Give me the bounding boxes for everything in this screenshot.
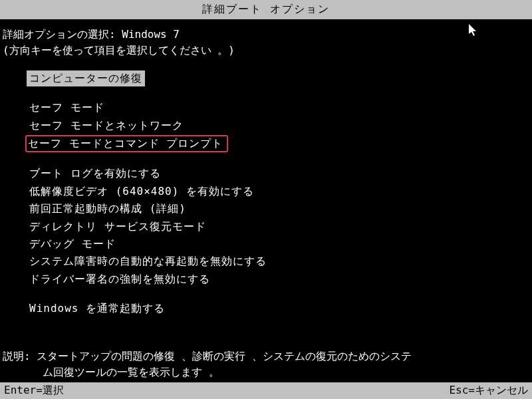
menu-item-disable-auto-restart[interactable]: システム障害時の自動的な再起動を無効にする: [27, 253, 269, 269]
menu-item-safe-mode-networking[interactable]: セーフ モードとネットワーク: [27, 118, 186, 134]
instruction-line: (方向キーを使って項目を選択してください 。): [3, 43, 529, 58]
menu-item-directory-services-restore[interactable]: ディレクトリ サービス復元モード: [27, 219, 209, 235]
header-line: 詳細オプションの選択: Windows 7: [3, 27, 529, 42]
choose-label: 詳細オプションの選択:: [3, 28, 116, 41]
menu-item-last-known-good-config[interactable]: 前回正常起動時の構成 (詳細): [27, 201, 189, 217]
menu-item-debugging-mode[interactable]: デバッグ モード: [27, 236, 118, 252]
footer-esc-hint: Esc=キャンセル: [449, 384, 528, 398]
description-text-line1: スタートアップの問題の修復 、診断の実行 、システムの復元のためのシステ: [37, 350, 411, 362]
footer-bar: Enter=選択 Esc=キャンセル: [0, 382, 532, 399]
menu-group-1: コンピューターの修復: [27, 70, 529, 88]
menu-area: コンピューターの修復 セーフ モード セーフ モードとネットワーク セーフ モー…: [3, 70, 529, 319]
description-label: 説明:: [3, 350, 31, 362]
menu-item-disable-driver-signature[interactable]: ドライバー署名の強制を無効にする: [27, 271, 213, 287]
description-area: 説明: スタートアップの問題の修復 、診断の実行 、システムの復元のためのシステ…: [3, 348, 529, 380]
content-area: 詳細オプションの選択: Windows 7 (方向キーを使って項目を選択してくだ…: [0, 19, 532, 318]
menu-item-safe-mode-command-prompt[interactable]: セーフ モードとコマンド プロンプト: [25, 135, 228, 152]
menu-group-3: ブート ログを有効にする 低解像度ビデオ (640×480) を有効にする 前回…: [27, 166, 529, 289]
menu-item-start-windows-normally[interactable]: Windows を通常起動する: [27, 301, 168, 317]
menu-item-enable-low-res-video[interactable]: 低解像度ビデオ (640×480) を有効にする: [27, 184, 257, 200]
menu-item-repair-computer[interactable]: コンピューターの修復: [27, 70, 145, 86]
menu-group-4: Windows を通常起動する: [27, 301, 529, 318]
instruction-text: (方向キーを使って項目を選択してください 。): [3, 44, 235, 57]
menu-item-enable-boot-logging[interactable]: ブート ログを有効にする: [27, 166, 164, 182]
menu-group-2: セーフ モード セーフ モードとネットワーク セーフ モードとコマンド プロンプ…: [27, 100, 529, 154]
title-bar: 詳細ブート オプション: [0, 0, 532, 19]
footer-enter-hint: Enter=選択: [4, 384, 64, 398]
menu-item-safe-mode[interactable]: セーフ モード: [27, 100, 107, 116]
description-text-line2: ム回復ツールの一覧を表示します 。: [3, 364, 529, 380]
title-text: 詳細ブート オプション: [202, 3, 330, 15]
os-name: Windows 7: [122, 28, 180, 41]
